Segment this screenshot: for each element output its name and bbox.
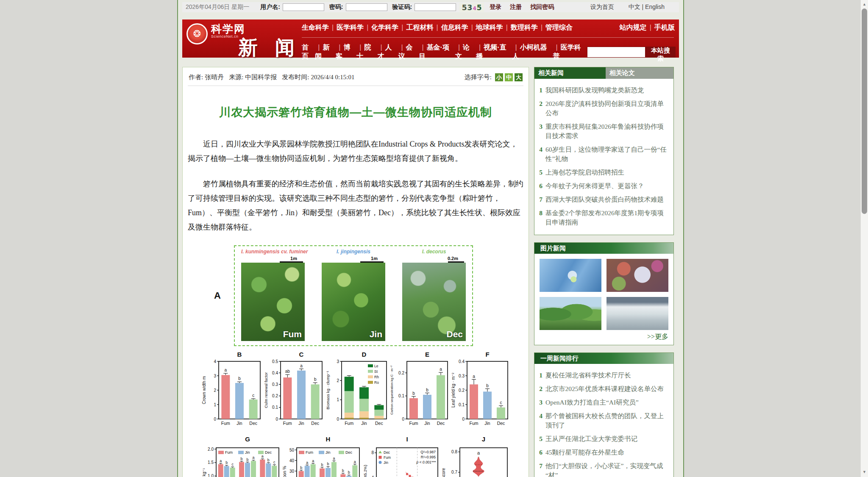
related-news-item-2[interactable]: 22026年度沪滇科技协同创新项目立项清单公布 [536,99,669,118]
nav-channel-9[interactable]: 小柯机器人 [512,43,553,61]
scroll-up-icon[interactable]: ▲ [861,1,868,8]
svg-text:Fum: Fum [409,421,418,426]
register-link[interactable]: 注册 [510,3,522,11]
related-news-item-6[interactable]: 6今年蚊子为何来得更早、更嚣张？ [536,181,669,191]
weekly-ranking-item-7[interactable]: 7他们“大胆假设，小心求证”，实现变气成“材” [536,461,669,477]
svg-text:A 2 (45.2%): A 2 (45.2%) [363,465,367,477]
banner-nav-primary-row: 生命科学医学科学化学科学工程材料信息科学地球科学数理科学管理综合 站内规定手机版 [302,23,675,32]
scroll-down-icon[interactable]: ▼ [861,469,868,475]
nav-channel-2[interactable]: 博客 [336,43,356,61]
forgot-password-link[interactable]: 找回密码 [530,3,554,11]
related-news-item-4[interactable]: 460岁生日，这位物理学家送了自己一份“任性”礼物 [536,145,669,164]
lab-seedling-photo[interactable] [540,259,601,292]
nav-subject-5[interactable]: 地球科学 [468,23,503,32]
nav-channel-4[interactable]: 人才 [377,43,398,61]
svg-text:B: B [237,351,242,358]
species-card-dec: I. decorus0.2mDec [402,249,466,341]
svg-text:b: b [314,377,317,382]
svg-text:0: 0 [337,417,339,422]
set-homepage-link[interactable]: 设为首页 [590,3,614,11]
scrollbar-thumb[interactable] [862,8,867,214]
related-news-item-8[interactable]: 8基金委2个学部发布2026年度第1期专项项目申请指南 [536,208,669,227]
waterfall-photo[interactable] [606,297,668,330]
svg-text:Fum: Fum [470,421,479,426]
scale-bar-label: 0.2m [448,256,458,261]
tab-related-papers[interactable]: 相关论文 [606,67,673,79]
nav-channel-3[interactable]: 院士 [356,43,377,61]
forest-trees-photo[interactable] [540,297,601,330]
nav-site-1[interactable]: 手机版 [647,23,675,32]
svg-text:a: a [333,456,335,460]
item-number: 3 [536,398,545,407]
svg-text:Fum: Fum [306,450,313,455]
weekly-ranking-item-4[interactable]: 4那个曾被国科大校长点赞的团队，又登上顶刊了 [536,411,669,430]
svg-text:50: 50 [289,448,295,452]
nav-subject-4[interactable]: 信息科学 [433,23,468,32]
weekly-ranking-item-text: 夏松任湖北省科学技术厅厅长 [545,371,631,380]
nav-site-0[interactable]: 站内规定 [620,23,647,32]
language-switch-link[interactable]: 中文 | English [629,3,665,11]
article-paragraph: 箬竹属植物具有重要的经济和生态价值，然而当前栽培实践忽视了其固有的生长策略差异，… [188,177,523,234]
chart-svg-j: J0.70.8C scorea [440,435,510,477]
svg-text:b: b [238,376,241,381]
coral-reef-photo[interactable] [606,259,668,292]
svg-text:0.5: 0.5 [272,359,278,364]
svg-text:Dec: Dec [345,450,353,455]
captcha-input[interactable] [415,3,456,11]
nav-subject-3[interactable]: 工程材料 [398,23,433,32]
nav-subject-1[interactable]: 医学科学 [329,23,364,32]
nav-channel-6[interactable]: 基金·项目 [419,43,455,61]
password-input[interactable] [346,3,387,11]
font-size-大[interactable]: 大 [515,73,523,81]
nav-channel-0[interactable]: 首页 [302,43,315,61]
weekly-ranking-item-6[interactable]: 645颗行星可能存在外星生命 [536,448,669,457]
nav-subject-6[interactable]: 数理科学 [503,23,538,32]
svg-text:a: a [306,460,308,465]
svg-text:0.1: 0.1 [398,394,404,398]
species-card-jin: I. jinpingensis1mJin [322,249,385,341]
related-news-item-7[interactable]: 7西湖大学团队突破共价蛋白药物技术难题 [536,195,669,204]
nav-channel-8[interactable]: 视频·直播 [476,43,512,61]
weekly-ranking-item-3[interactable]: 3OpenAI致力打造自主“AI研究员” [536,398,669,407]
sciencenet-logo[interactable]: ❂ 科学网 ScienceNet.cn [186,23,245,44]
related-news-item-3[interactable]: 3重庆市科技局征集2026年鲁渝科技协作项目技术需求 [536,122,669,141]
font-size-小[interactable]: 小 [495,73,503,81]
nav-channel-5[interactable]: 会议 [398,43,419,61]
related-news-item-5[interactable]: 5上海创芯学院启动招聘招生 [536,168,669,177]
site-search-button[interactable]: 本站搜索 [645,47,676,58]
item-number: 1 [536,86,545,95]
scrollbar[interactable]: ▲ ▼ [860,0,868,477]
figure-panel-a: A I. kunmingensis cv. fuminer1mFumI. jin… [201,245,510,346]
related-news-item-1[interactable]: 1我国科研团队发现鸭嘴龙类新恐龙 [536,86,669,95]
nav-channel-10[interactable]: 医学科普 [553,43,587,61]
login-link[interactable]: 登录 [490,3,501,11]
svg-text:a: a [312,459,314,463]
svg-text:p < 0.001***: p < 0.001*** [416,460,436,464]
nav-subject-7[interactable]: 管理综合 [538,23,573,32]
item-number: 6 [536,448,545,457]
more-link[interactable]: >>更多 [534,332,673,345]
site-search-input[interactable] [587,47,645,58]
svg-text:c: c [500,400,502,405]
species-tag: Fum [283,329,302,339]
nav-channel-1[interactable]: 新闻 [315,43,336,61]
chart-svg-f: F00.10.20.30.4Leaf yield kg · m⁻²aFumbJi… [450,351,510,430]
tab-related-news[interactable]: 相关新闻 [534,67,606,79]
nav-subject-2[interactable]: 化学科学 [364,23,398,32]
svg-text:Fum: Fum [283,421,292,426]
nav-subject-0[interactable]: 生命科学 [302,23,329,32]
captcha-image[interactable]: 5345 [459,3,484,12]
weekly-ranking-item-5[interactable]: 5王从严任湖北工业大学党委书记 [536,434,669,444]
username-input[interactable] [283,3,324,11]
item-number: 6 [536,181,545,191]
nav-channel-7[interactable]: 论文 [455,43,476,61]
svg-text:30: 30 [289,469,295,474]
weekly-ranking-item-1[interactable]: 1夏松任湖北省科学技术厅厅长 [536,371,669,380]
chart-panel-b: B01234Crown width maFumbJincDec [201,351,263,432]
weekly-ranking-item-text: 他们“大胆假设，小心求证”，实现变气成“材” [545,461,669,477]
svg-text:c: c [252,393,254,398]
svg-text:a: a [473,374,475,379]
svg-text:Biomass kg · clump⁻¹: Biomass kg · clump⁻¹ [326,371,330,409]
weekly-ranking-item-2[interactable]: 2北京市2025年优质本科课程建设名单公布 [536,384,669,394]
font-size-中[interactable]: 中 [505,73,513,81]
